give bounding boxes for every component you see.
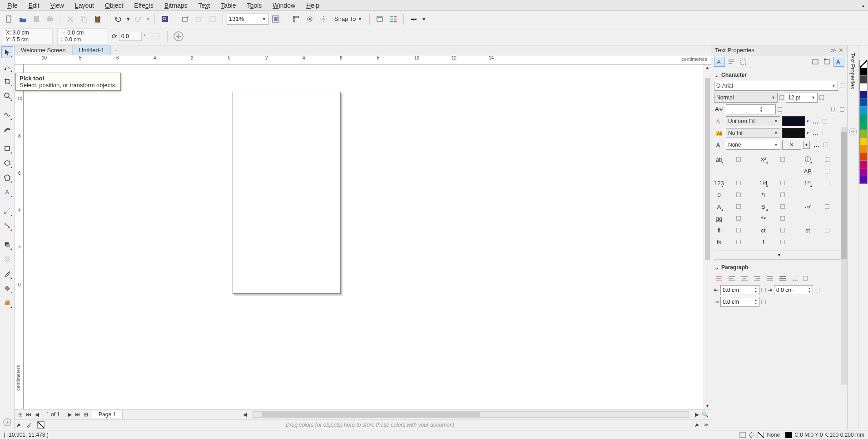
kerning-icon[interactable]: A̅V (714, 104, 724, 114)
underline-button[interactable]: U (828, 104, 838, 114)
docker-close-button[interactable]: ✕ (838, 47, 843, 54)
palette-swatch[interactable] (859, 137, 868, 145)
rotation-input[interactable]: ⟳ ° (112, 32, 145, 41)
hscroll-right[interactable]: ▶ (693, 410, 701, 419)
options-button[interactable] (373, 13, 386, 25)
ruler-horizontal[interactable]: 10 8 6 4 2 0 2 4 6 8 10 12 14 centimeter… (15, 55, 711, 64)
zoom-tool[interactable] (1, 90, 13, 102)
docker-opt3[interactable]: A (833, 57, 844, 67)
rectangle-tool[interactable] (1, 143, 13, 154)
menu-help[interactable]: Help (301, 1, 325, 10)
vtab-text-properties[interactable]: Text Properties (848, 50, 858, 92)
palette-swatch[interactable] (859, 114, 868, 122)
palette-swatch[interactable] (859, 122, 868, 130)
bg-type-select[interactable]: No Fill▼ (726, 128, 780, 138)
left-indent-input[interactable]: ▲▼ (720, 285, 759, 295)
new-tab-button[interactable]: + (111, 45, 121, 55)
docker-opt1[interactable] (810, 57, 821, 67)
menu-file[interactable]: File (2, 1, 23, 10)
allcaps-button[interactable]: AB (803, 166, 813, 176)
print-button[interactable] (44, 13, 56, 25)
ligature-fi-button[interactable]: fi (714, 225, 724, 235)
show-guidelines-button[interactable] (317, 13, 330, 25)
text-tool[interactable]: A (1, 186, 13, 198)
drop-shadow-tool[interactable] (1, 239, 13, 251)
caps-button[interactable]: A (714, 202, 724, 212)
align-justify-button[interactable] (765, 273, 775, 283)
script-button[interactable]: 𝒜 (803, 202, 813, 212)
ordinal-button[interactable]: 1ˢᵗ (803, 178, 813, 188)
undo-button[interactable] (112, 13, 124, 25)
align-none-button[interactable] (714, 273, 724, 283)
ligature-ct-button[interactable]: ct (759, 225, 769, 235)
redo-button[interactable] (132, 13, 144, 25)
ligature-f-button[interactable]: f (759, 237, 769, 247)
status-outline[interactable]: C:0 M:0 Y:0 K:100 0.200 mm (785, 432, 864, 438)
add-page-button[interactable]: ⊞ (16, 410, 25, 419)
align-force-justify-button[interactable] (778, 273, 788, 283)
palette-swatch[interactable] (859, 99, 868, 107)
status-icons[interactable]: None (739, 432, 780, 438)
palette-swatch[interactable] (859, 91, 868, 99)
frame-tab[interactable] (738, 57, 749, 67)
palette-swatch[interactable] (859, 68, 868, 76)
scrollbar-vertical[interactable]: ▲▼ (704, 64, 711, 409)
arrow-button[interactable]: ↰ (759, 190, 769, 200)
palette-swatch[interactable] (859, 106, 868, 114)
menu-tools[interactable]: Tools (242, 1, 268, 10)
redo-dropdown[interactable]: ▾ (145, 13, 151, 25)
palette-swatch[interactable] (859, 160, 868, 168)
bg-color-swatch[interactable] (782, 128, 805, 138)
quick-customize-button[interactable] (1, 416, 13, 428)
docker-opt2[interactable] (822, 57, 833, 67)
import-button[interactable] (179, 13, 192, 25)
pick-tool[interactable] (1, 46, 13, 58)
polygon-tool[interactable] (1, 172, 13, 183)
ligature-st-button[interactable]: st (803, 225, 813, 235)
add-button[interactable] (172, 30, 185, 43)
eyedropper-icon[interactable] (25, 421, 33, 429)
menu-text[interactable]: Text (193, 1, 215, 10)
paste-button[interactable] (91, 13, 104, 25)
page-tab[interactable]: Page 1 (92, 410, 123, 419)
dimension-tool[interactable] (1, 205, 13, 217)
font-style-select[interactable]: Normal▼ (714, 93, 778, 103)
character-section-header[interactable]: Character (714, 70, 844, 80)
palette-swatch[interactable] (859, 168, 868, 176)
right-indent-input[interactable]: ▲▼ (774, 285, 813, 295)
menu-object[interactable]: Object (99, 1, 129, 10)
palette-scroll-right[interactable]: ▶ (695, 422, 699, 427)
menu-table[interactable]: Table (215, 1, 241, 10)
palette-swatch[interactable] (859, 75, 868, 84)
transparency-tool[interactable] (1, 253, 13, 265)
copy-button[interactable] (78, 13, 90, 25)
palette-swatch[interactable] (859, 145, 868, 153)
palette-swatch[interactable] (859, 83, 868, 91)
font-size-select[interactable]: 12 pt▼ (786, 93, 818, 103)
outline-dropdown[interactable]: ▾ (421, 13, 427, 25)
align-center-button[interactable] (739, 273, 749, 283)
hscroll-left[interactable]: ◀ (241, 410, 249, 419)
zoom-level-select[interactable]: 131%▼ (227, 14, 268, 25)
save-button[interactable] (30, 13, 43, 25)
eyedropper-tool[interactable] (1, 268, 13, 280)
menu-layout[interactable]: Layout (69, 1, 99, 10)
outline-none-swatch[interactable]: ✕ (782, 140, 801, 150)
prev-page-button[interactable]: ◀ (33, 410, 41, 419)
character-tab[interactable]: A (714, 57, 725, 67)
new-button[interactable] (3, 13, 15, 25)
paragraph-tab[interactable] (726, 57, 737, 67)
align-right-button[interactable] (752, 273, 762, 283)
subscript-button[interactable]: ab (714, 154, 724, 164)
outline-flyout-button[interactable] (407, 13, 420, 25)
slashed-zero-button[interactable]: 0 (714, 190, 724, 200)
menu-effects[interactable]: Effects (129, 1, 159, 10)
no-color-swatch[interactable] (37, 421, 45, 429)
outline-more-button[interactable]: … (812, 140, 822, 150)
crop-tool[interactable] (1, 75, 13, 87)
align-more-button[interactable]: … (790, 273, 800, 283)
fill-more-button[interactable]: … (811, 116, 821, 126)
show-rulers-button[interactable] (290, 13, 303, 25)
menu-bitmaps[interactable]: Bitmaps (159, 1, 193, 10)
ruler-vertical[interactable]: 10 8 6 4 2 0 centimeters (15, 64, 24, 409)
